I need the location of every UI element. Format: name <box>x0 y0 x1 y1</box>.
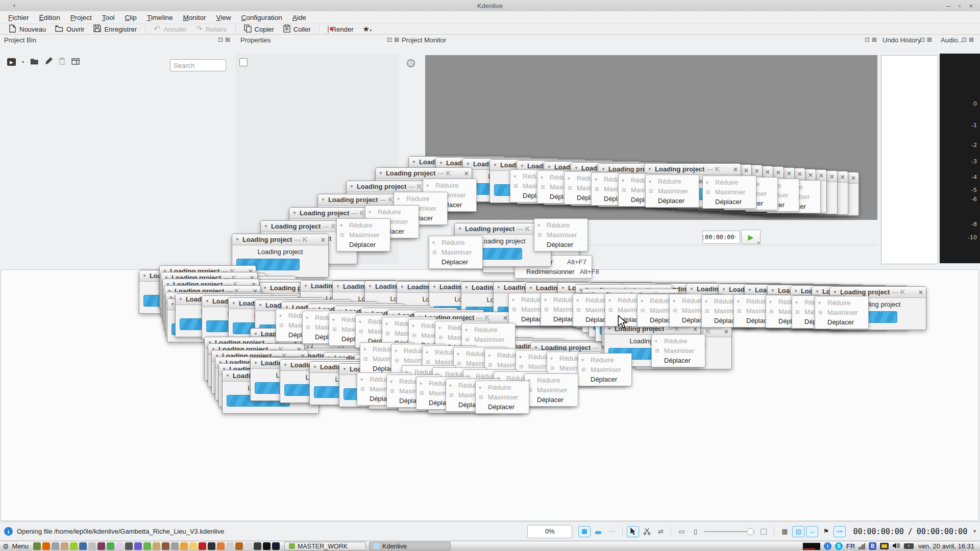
firefox-launcher[interactable] <box>42 542 50 550</box>
dropdown-caret-icon[interactable]: ▼ <box>973 529 976 534</box>
menu-view[interactable]: View <box>211 14 236 21</box>
video-thumbnails-icon[interactable]: ▤ <box>792 526 804 537</box>
close-icon[interactable]: ⊠ <box>394 36 399 43</box>
menu-monitor[interactable]: Monitor <box>178 14 211 21</box>
close-icon[interactable]: ⊠ <box>225 36 230 43</box>
dropdown-caret-icon[interactable]: ▾ <box>757 241 760 245</box>
orb-launcher[interactable] <box>254 542 261 550</box>
float-icon[interactable]: ⊡ <box>218 36 223 43</box>
layout-icon[interactable] <box>71 58 80 67</box>
eye-launcher[interactable] <box>61 542 68 550</box>
power-icon[interactable]: ⚡ <box>904 543 914 549</box>
coller-button[interactable]: Coller <box>280 24 314 34</box>
spiral-launcher[interactable] <box>70 542 78 550</box>
timeline-area[interactable] <box>1 269 979 521</box>
skype-icon[interactable]: S <box>835 542 843 550</box>
menu-clip[interactable]: Clip <box>120 14 142 21</box>
molecule-launcher[interactable] <box>143 542 151 550</box>
meter-launcher[interactable] <box>162 542 169 550</box>
play-button[interactable]: ▶ ▾ <box>741 230 761 244</box>
menu-timeline[interactable]: Timeline <box>142 14 178 21</box>
filezilla-launcher[interactable] <box>199 542 206 550</box>
headphones-launcher[interactable] <box>134 542 142 550</box>
kvm-launcher[interactable] <box>226 542 234 550</box>
ball-launcher[interactable] <box>235 542 243 550</box>
taskbar-menu-button[interactable]: Menu <box>12 542 29 550</box>
float-icon[interactable]: ⊡ <box>920 36 925 43</box>
keyboard-widget[interactable] <box>803 543 820 550</box>
zoom-slider-handle[interactable] <box>747 528 754 535</box>
window-titlebar[interactable]: ▼ Kdenlive <box>0 0 980 12</box>
menu-tool[interactable]: Tool <box>97 14 120 21</box>
zone-edit-icon[interactable]: ↦ <box>834 526 846 537</box>
float-icon[interactable]: ⊡ <box>387 36 392 43</box>
display-icon[interactable] <box>880 543 889 549</box>
gear-icon[interactable]: ⚙ <box>3 542 9 550</box>
downloader-launcher[interactable] <box>217 542 225 550</box>
calculator-launcher[interactable] <box>171 542 179 550</box>
monitor-timecode[interactable]: ▾ 00:00:00:00 <box>702 231 740 244</box>
monitor-video-area[interactable] <box>425 55 877 220</box>
select-tool-icon[interactable] <box>627 526 639 537</box>
horse-launcher[interactable] <box>263 542 271 550</box>
menu-fichier[interactable]: Fichier <box>3 14 34 21</box>
shield-info-icon[interactable]: i <box>824 542 831 550</box>
menu-dition[interactable]: Édition <box>34 14 65 21</box>
zoom-slider[interactable] <box>703 526 756 537</box>
close-button[interactable]: × <box>969 2 973 10</box>
taskbar-window-master_work[interactable]: MASTER_WORK <box>284 542 366 550</box>
close-icon[interactable]: ⊠ <box>969 36 974 43</box>
taskbar-window-kdenlive[interactable]: Kdenlive <box>369 542 451 550</box>
music-launcher[interactable] <box>107 542 114 550</box>
create-folder-icon[interactable] <box>30 58 39 67</box>
track-mode-normal-icon[interactable] <box>592 526 604 537</box>
close-icon[interactable]: ⊠ <box>872 36 877 43</box>
network-signal-icon[interactable] <box>859 543 865 549</box>
spacer-tool-icon[interactable]: ⇄ <box>654 526 667 537</box>
notes-launcher[interactable] <box>189 542 197 550</box>
razor-tool-icon[interactable] <box>641 526 653 537</box>
palette-launcher[interactable] <box>116 542 124 550</box>
copier-button[interactable]: Copier <box>240 24 278 34</box>
sublime-launcher[interactable] <box>180 542 188 550</box>
float-icon[interactable]: ⊡ <box>865 36 870 43</box>
messenger-launcher[interactable] <box>52 542 59 550</box>
window-launcher[interactable] <box>33 542 41 550</box>
zoom-fit-icon[interactable] <box>757 526 770 537</box>
float-icon[interactable]: ⊡ <box>962 36 967 43</box>
close-icon[interactable]: ⊠ <box>927 36 932 43</box>
portal-launcher[interactable] <box>79 542 87 550</box>
zoom-slider-track[interactable] <box>704 526 755 537</box>
search-input[interactable] <box>170 59 226 71</box>
overwrite-zone-icon[interactable]: ▭ <box>675 526 688 537</box>
clock-launcher[interactable] <box>244 542 252 550</box>
dropdown-caret-icon[interactable]: ▾ <box>22 60 24 64</box>
menu-project[interactable]: Project <box>65 14 97 21</box>
undo-history-list[interactable] <box>881 55 938 264</box>
marker-flag-icon[interactable]: ⚑ <box>820 526 832 537</box>
terminal-launcher[interactable] <box>208 542 215 550</box>
spinner-icon[interactable]: ▾ <box>734 235 737 239</box>
enregistrer-button[interactable]: Enregistrer <box>90 24 140 34</box>
menu-aide[interactable]: Aide <box>287 14 311 21</box>
unity-launcher[interactable] <box>125 542 133 550</box>
dock-launcher[interactable] <box>88 542 96 550</box>
add-clip-icon[interactable]: ▶ <box>7 58 16 66</box>
film-thumbnails-icon[interactable]: ▦ <box>778 526 791 537</box>
bluetooth-icon[interactable]: B <box>869 542 876 550</box>
ouvrir-button[interactable]: Ouvrir <box>52 25 88 34</box>
menu-configuration[interactable]: Configuration <box>236 14 287 21</box>
maximize-button[interactable]: ▫ <box>959 2 961 10</box>
language-indicator[interactable]: FR <box>846 542 855 550</box>
plasma-launcher[interactable] <box>272 542 280 550</box>
edit-icon[interactable] <box>45 57 53 67</box>
properties-checkbox[interactable] <box>239 58 248 66</box>
track-mode-compact-icon[interactable] <box>578 526 591 537</box>
film-launcher[interactable] <box>97 542 105 550</box>
insert-zone-icon[interactable]: ▯ <box>689 526 701 537</box>
render-button[interactable]: Render <box>324 26 357 33</box>
volume-icon[interactable] <box>892 542 900 551</box>
audio-waveform-icon[interactable]: ↔ <box>806 526 818 537</box>
pen-launcher[interactable] <box>153 542 160 550</box>
nouveau-button[interactable]: Nouveau <box>5 24 50 34</box>
